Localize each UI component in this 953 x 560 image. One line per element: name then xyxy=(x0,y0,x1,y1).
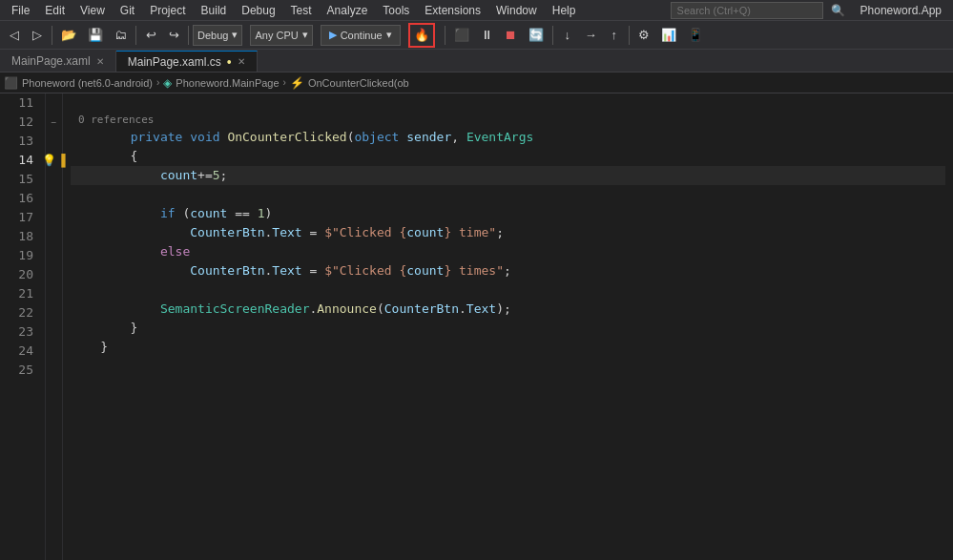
breadcrumb-project[interactable]: Phoneword (net6.0-android) xyxy=(22,77,153,89)
separator-4 xyxy=(445,26,445,45)
line-num-25: 25 xyxy=(8,361,37,380)
tab-mainpage-xaml[interactable]: MainPage.xaml ✕ xyxy=(0,51,116,72)
breadcrumb-member[interactable]: OnCounterClicked(ob xyxy=(308,77,409,89)
save-button[interactable]: 💾 xyxy=(83,24,108,47)
play-icon: ▶ xyxy=(329,29,337,41)
open-solution-button[interactable]: 📂 xyxy=(56,24,81,47)
tab-cs-label: MainPage.xaml.cs xyxy=(128,55,221,69)
hot-reload-icon: 🔥 xyxy=(414,28,429,42)
code-line-16: if (count == 1) xyxy=(71,204,945,223)
redo-button[interactable]: ↪ xyxy=(163,24,184,47)
gutter-17 xyxy=(46,208,62,227)
continue-button[interactable]: ▶ Continue ▾ xyxy=(321,25,401,46)
menu-item-view[interactable]: View xyxy=(73,2,113,19)
line-num-20: 20 xyxy=(8,265,37,284)
step-over-button[interactable]: → xyxy=(580,24,602,47)
save-all-button[interactable]: 🗂 xyxy=(110,24,132,47)
code-line-21: SemanticScreenReader.Announce(CounterBtn… xyxy=(71,300,945,319)
menu-search-area: 🔍 Phoneword.App xyxy=(671,2,949,19)
line-num-23: 23 xyxy=(8,322,37,342)
restart-button[interactable]: 🔄 xyxy=(524,24,549,47)
code-line-11 xyxy=(71,93,945,113)
menu-item-analyze[interactable]: Analyze xyxy=(320,2,376,19)
breadcrumb-class[interactable]: Phoneword.MainPage xyxy=(176,77,279,89)
menu-item-window[interactable]: Window xyxy=(488,2,545,19)
extra-btn-3[interactable]: 📱 xyxy=(683,24,708,47)
menu-item-git[interactable]: Git xyxy=(113,2,142,19)
gutter-24 xyxy=(46,342,62,361)
code-editor: 11 12 13 14 15 16 17 18 19 20 21 22 23 2… xyxy=(0,93,953,560)
nav-back-button[interactable]: ◁ xyxy=(4,24,25,47)
code-line-23: } xyxy=(71,338,945,357)
tab-cs-modified-dot: • xyxy=(227,55,232,69)
light-bulb-icon[interactable]: 💡 xyxy=(42,154,56,167)
stop-button[interactable]: ⏹ xyxy=(500,24,522,47)
line-num-11: 11 xyxy=(8,93,37,113)
debug-config-dropdown[interactable]: Debug ▾ xyxy=(193,25,242,46)
extra-btn-1[interactable]: ⚙ xyxy=(633,24,654,47)
ref-hint-row: 0 references xyxy=(71,113,945,128)
step-into-button[interactable]: ↓ xyxy=(557,24,578,47)
menu-item-help[interactable]: Help xyxy=(545,2,584,19)
line-num-19: 19 xyxy=(8,246,37,265)
gutter-23 xyxy=(46,322,62,342)
code-line-17: CounterBtn.Text = $"Clicked {count} time… xyxy=(71,223,945,242)
step-out-button[interactable]: ↑ xyxy=(604,24,625,47)
cpu-config-dropdown[interactable]: Any CPU ▾ xyxy=(250,25,312,46)
menu-item-project[interactable]: Project xyxy=(142,2,193,19)
undo-button[interactable]: ↩ xyxy=(140,24,161,47)
gutter-16 xyxy=(46,189,62,208)
toolbar: ◁ ▷ 📂 💾 🗂 ↩ ↪ Debug ▾ Any CPU ▾ ▶ Contin… xyxy=(0,21,953,50)
menu-item-debug[interactable]: Debug xyxy=(234,2,282,19)
menu-item-test[interactable]: Test xyxy=(283,2,320,19)
line-num-13: 13 xyxy=(8,132,37,151)
tab-cs-close[interactable]: ✕ xyxy=(238,56,245,67)
code-line-22: } xyxy=(71,319,945,338)
line-num-18: 18 xyxy=(8,227,37,246)
line-num-24: 24 xyxy=(8,342,37,361)
debug-targets-button[interactable]: ⬛ xyxy=(449,24,474,47)
gutter-22 xyxy=(46,303,62,322)
line-num-17: 17 xyxy=(8,208,37,227)
breadcrumb-bar: ⬛ Phoneword (net6.0-android) › ◈ Phonewo… xyxy=(0,73,953,93)
ref-hint-text: 0 references xyxy=(78,111,154,130)
extra-btn-2[interactable]: 📊 xyxy=(656,24,681,47)
pause-button[interactable]: ⏸ xyxy=(476,24,498,47)
app-name: Phoneword.App xyxy=(853,4,949,17)
breadcrumb-icon-3: ⚡ xyxy=(290,76,304,90)
gutter-20 xyxy=(46,265,62,284)
menu-item-build[interactable]: Build xyxy=(194,2,235,19)
menu-item-tools[interactable]: Tools xyxy=(375,2,417,19)
tab-mainpage-xaml-cs[interactable]: MainPage.xaml.cs • ✕ xyxy=(116,51,258,72)
code-line-24 xyxy=(71,357,945,376)
menu-item-file[interactable]: File xyxy=(4,2,37,19)
global-search-input[interactable] xyxy=(671,2,823,19)
menu-item-edit[interactable]: Edit xyxy=(37,2,73,19)
nav-forward-button[interactable]: ▷ xyxy=(27,24,48,47)
separator-5 xyxy=(552,26,553,45)
menu-item-extensions[interactable]: Extensions xyxy=(417,2,488,19)
line-num-12: 12 xyxy=(8,113,37,132)
gutter-19 xyxy=(46,246,62,265)
line-num-16: 16 xyxy=(8,189,37,208)
gutter-14: 💡 ▐ xyxy=(46,151,62,170)
debug-config-label: Debug xyxy=(197,30,228,41)
hot-reload-button[interactable]: 🔥 xyxy=(408,23,435,48)
separator-2 xyxy=(135,26,136,45)
tab-bar: MainPage.xaml ✕ MainPage.xaml.cs • ✕ xyxy=(0,50,953,73)
gutter-21 xyxy=(46,284,62,303)
search-icon: 🔍 xyxy=(831,4,845,17)
gutter-11 xyxy=(46,93,62,113)
gutter-18 xyxy=(46,227,62,246)
code-line-15 xyxy=(71,185,945,204)
debug-config-arrow: ▾ xyxy=(232,29,238,41)
cpu-config-arrow: ▾ xyxy=(302,29,308,41)
gutter-12[interactable]: − xyxy=(46,113,62,132)
collapse-button-12[interactable]: − xyxy=(52,117,57,128)
tab-xaml-label: MainPage.xaml xyxy=(11,54,91,68)
code-content[interactable]: 0 references private void OnCounterClick… xyxy=(63,93,953,560)
breadcrumb-sep-2: › xyxy=(283,77,286,88)
tab-xaml-close[interactable]: ✕ xyxy=(96,56,104,67)
line-num-21: 21 xyxy=(8,284,37,303)
line-num-15: 15 xyxy=(8,170,37,189)
